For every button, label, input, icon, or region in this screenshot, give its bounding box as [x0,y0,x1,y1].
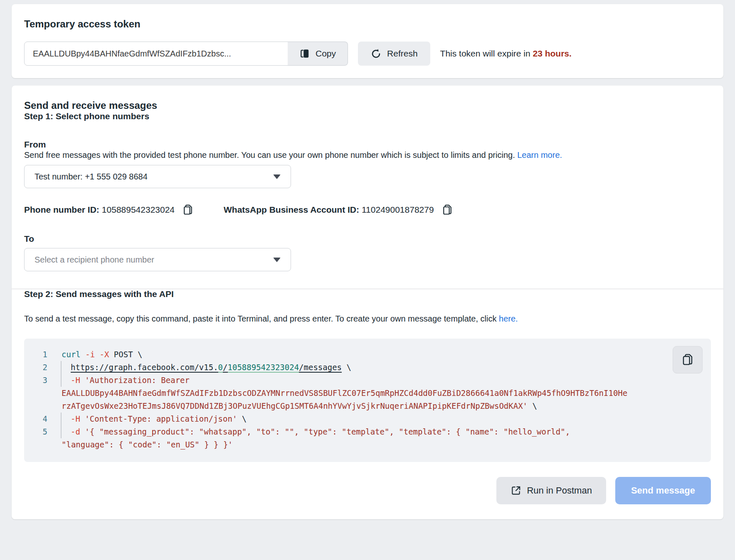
to-number-dropdown[interactable]: Select a recipient phone number [24,248,291,271]
from-help-text: Send free messages with the provided tes… [24,150,711,161]
code-row: "language": { "code": "en_US" } } }' [24,438,707,451]
refresh-token-button[interactable]: Refresh [358,42,430,66]
here-link[interactable]: here. [499,314,518,323]
learn-more-link[interactable]: Learn more. [517,150,562,160]
curl-code-block: 1curl -i -X POST \2https://graph.faceboo… [24,339,711,462]
messages-card-title: Send and receive messages [24,100,711,111]
external-link-icon [511,485,521,496]
to-number-placeholder: Select a recipient phone number [35,255,154,265]
code-lines: 1curl -i -X POST \2https://graph.faceboo… [24,348,707,451]
page: Temporary access token Copy [0,0,735,519]
phone-number-id-label: Phone number ID: [24,205,99,215]
code-row: rzATgevOsWxe23HoTEJmsJ86VQ7DDNd1ZBj3OPuz… [24,400,707,413]
line-number: 3 [24,374,47,387]
copy-icon [299,48,310,59]
code-row: 1curl -i -X POST \ [24,348,707,361]
waba-id-label: WhatsApp Business Account ID: [224,205,359,215]
line-number: 5 [24,425,47,438]
step1-title: Step 1: Select phone numbers [24,111,711,121]
waba-id-value: 110249001878279 [362,205,434,215]
refresh-icon [370,48,382,59]
from-number-selected: Test number: +1 555 029 8684 [35,172,148,182]
from-label: From [24,140,711,150]
from-number-dropdown[interactable]: Test number: +1 555 029 8684 [24,165,291,188]
chevron-down-icon [273,258,281,262]
code-row: 3-H 'Authorization: Bearer [24,374,707,387]
send-message-button[interactable]: Send message [615,477,711,504]
token-row: Copy Refresh This token will expire in 2… [24,42,711,66]
line-number [24,400,47,413]
refresh-button-label: Refresh [387,49,418,59]
line-number [24,387,47,400]
copy-button-label: Copy [316,49,336,59]
chevron-down-icon [273,174,281,179]
copy-phone-id-button[interactable] [182,204,194,216]
copy-icon [681,353,694,366]
token-expiry-text: This token will expire in 23 hours. [440,49,572,59]
line-number [24,438,47,451]
copy-code-button[interactable] [673,346,703,373]
send-receive-messages-card: Send and receive messages Step 1: Select… [12,86,723,519]
footer-actions: Run in Postman Send message [24,477,711,507]
code-row: 5-d '{ "messaging_product": "whatsapp", … [24,425,707,438]
line-number: 2 [24,361,47,374]
access-token-input[interactable] [24,42,288,66]
line-number: 4 [24,413,47,425]
code-row: 4-H 'Content-Type: application/json' \ [24,413,707,425]
run-in-postman-button[interactable]: Run in Postman [496,477,606,504]
postman-button-label: Run in Postman [527,485,592,496]
step2-help-text: To send a test message, copy this comman… [24,313,711,324]
code-row: 2https://graph.facebook.com/v15.0/105889… [24,361,707,374]
copy-icon [182,204,194,216]
account-ids-row: Phone number ID: 105889542323024 WhatsAp… [24,204,711,216]
copy-token-button[interactable]: Copy [288,42,348,66]
temporary-access-token-card: Temporary access token Copy [12,4,723,78]
code-row: EAALLDUBpy44BAHNfaeGdmfWfSZAdIFzb1DzbscO… [24,387,707,400]
line-number: 1 [24,348,47,361]
copy-icon [441,204,453,216]
token-card-title: Temporary access token [24,18,711,30]
to-label: To [24,234,711,244]
step2-title: Step 2: Send messages with the API [24,289,711,299]
copy-waba-id-button[interactable] [441,204,453,216]
send-button-label: Send message [631,485,695,496]
token-input-group: Copy [24,42,348,66]
token-expiry-value: 23 hours. [533,49,571,58]
phone-number-id-value: 105889542323024 [102,205,175,215]
